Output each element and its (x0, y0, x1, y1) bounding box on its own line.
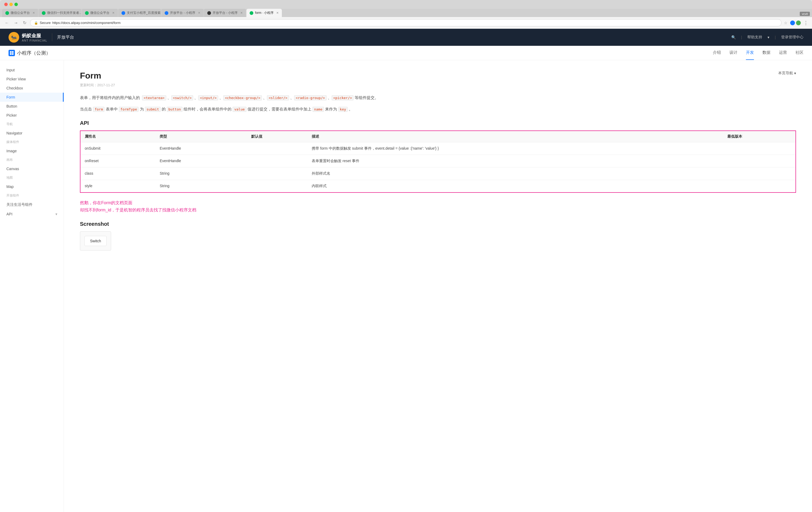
sub-nav: 小程序（公测） 介绍 设计 开发 数据 运营 社区 (0, 46, 812, 60)
code-form: form (93, 107, 105, 112)
sidebar-item-image[interactable]: Image (0, 146, 64, 155)
tab-favicon-4 (121, 11, 125, 15)
tab-close-7[interactable]: ✕ (276, 11, 279, 14)
tab-favicon-7 (250, 11, 253, 15)
cell-class-attr: class (80, 168, 155, 180)
help-dropdown-icon[interactable]: ▾ (767, 35, 770, 39)
search-icon[interactable]: 🔍 (731, 35, 736, 39)
screenshot-preview: Switch (80, 231, 111, 250)
tab-3[interactable]: 微信公众平台 ✕ (82, 9, 118, 17)
refresh-button[interactable]: ↻ (22, 20, 27, 26)
sidebar-item-picker-view-label: Picker View (6, 77, 26, 81)
tab-2[interactable]: 微信扫一扫支持开发者… ✕ (39, 9, 81, 17)
page-nav-button[interactable]: 本页导航 ▾ (778, 71, 796, 76)
back-button[interactable]: ← (4, 20, 10, 26)
tab-4[interactable]: 支付宝小程序_百度搜索 ✕ (118, 9, 161, 17)
sidebar-item-checkbox[interactable]: Checkbox (0, 84, 64, 93)
tab-close-1[interactable]: ✕ (32, 11, 35, 14)
nav-link-intro[interactable]: 介绍 (713, 46, 721, 60)
sidebar-item-input[interactable]: Input (0, 65, 64, 74)
tab-close-5[interactable]: ✕ (198, 11, 200, 14)
url-bar[interactable]: 🔒 Secure https://docs.alipay.com/mini/co… (30, 19, 781, 26)
cell-onsubmit-desc: 携带 form 中的数据触发 submit 事件，event.detail = … (308, 143, 723, 155)
tab-label-1: 微信公众平台 (11, 11, 30, 15)
api-section-title: API (80, 120, 796, 126)
tab-favicon-6 (207, 11, 211, 15)
tab-close-3[interactable]: ✕ (112, 11, 115, 14)
extension-icons (790, 21, 801, 25)
svg-rect-0 (10, 51, 11, 53)
sidebar-item-map[interactable]: Map (0, 182, 64, 191)
sidebar-item-picker-label: Picker (6, 113, 17, 117)
code-tag-textarea: <textarea> (142, 95, 166, 100)
tab-label-2: 微信扫一扫支持开发者… (47, 11, 81, 15)
login-link[interactable]: 登录管理中心 (781, 35, 804, 40)
nav-link-community[interactable]: 社区 (795, 46, 804, 60)
sidebar-item-navigator[interactable]: Navigator (0, 129, 64, 138)
cell-onreset-desc: 表单重置时会触发 reset 事件 (308, 155, 723, 168)
cell-onreset-default (247, 155, 308, 168)
code-value: value (233, 107, 246, 112)
bookmark-icon[interactable]: ☆ (784, 21, 787, 25)
close-button[interactable] (4, 3, 8, 6)
forward-button[interactable]: → (13, 20, 19, 26)
tab-7[interactable]: form · 小程序 ✕ (246, 9, 282, 17)
table-row-onsubmit: onSubmit EventHandle 携带 form 中的数据触发 subm… (80, 143, 796, 155)
sub-nav-links: 介绍 设计 开发 数据 运营 社区 (713, 46, 804, 60)
sidebar-item-picker[interactable]: Picker (0, 111, 64, 120)
tab-6[interactable]: 开放平台 - 小程序 ✕ (204, 9, 246, 17)
help-link[interactable]: 帮助支持 (747, 35, 762, 40)
logo-icon: 🐜 (8, 32, 19, 42)
sidebar-section-nav: 导航 (0, 120, 64, 129)
col-minver: 最低版本 (723, 131, 796, 143)
sidebar-item-navigator-label: Navigator (6, 131, 22, 135)
tab-label-5: 开放平台 - 小程序 (170, 11, 195, 15)
tab-close-6[interactable]: ✕ (240, 11, 243, 14)
code-key: key (338, 107, 348, 112)
sidebar-item-checkbox-label: Checkbox (6, 86, 23, 90)
cell-onreset-type: EventHandle (155, 155, 247, 168)
sidebar: Input Picker View Checkbox Form Button P… (0, 60, 64, 512)
tab-favicon-1 (5, 11, 9, 15)
api-table: 属性名 类型 默认值 描述 最低版本 onSubmit EventHandle … (80, 130, 796, 193)
tab-favicon-2 (42, 11, 46, 15)
table-row-onreset: onReset EventHandle 表单重置时会触发 reset 事件 (80, 155, 796, 168)
sidebar-item-form[interactable]: Form (0, 93, 64, 102)
sidebar-item-life-component[interactable]: 关注生活号组件 (0, 200, 64, 210)
sidebar-section-media: 媒体组件 (0, 138, 64, 146)
nav-link-data[interactable]: 数据 (762, 46, 771, 60)
nav-link-dev[interactable]: 开发 (746, 46, 754, 60)
annotation-line2: 却找不到form_id，于是机智的程序员去找了找微信小程序文档 (80, 206, 796, 214)
minimize-button[interactable] (9, 3, 13, 6)
maximize-button[interactable] (14, 3, 18, 6)
tab-1[interactable]: 微信公众平台 ✕ (2, 9, 38, 17)
sidebar-item-picker-view[interactable]: Picker View (0, 74, 64, 84)
content-area: Form 本页导航 ▾ 更新时间：2017-11-27 表单，用于将组件内的用户… (64, 60, 812, 512)
logo-text: 蚂蚁金服 ANT FINANCIAL (22, 32, 47, 42)
logo-sub-text: ANT FINANCIAL (22, 39, 47, 42)
sub-nav-brand: 小程序（公测） (8, 46, 51, 60)
code-tag-radio-group: <radio-group/> (294, 95, 327, 100)
cell-style-type: String (155, 180, 247, 193)
tab-favicon-3 (85, 11, 89, 15)
sidebar-item-button[interactable]: Button (0, 102, 64, 111)
annotation-line1: 然鹅，你在Form的文档页面 (80, 199, 796, 206)
page-nav-chevron-icon: ▾ (794, 71, 796, 76)
url-display: https://docs.alipay.com/mini/component/f… (52, 21, 120, 25)
browser-menu-icon[interactable]: ⋮ (804, 20, 808, 26)
cell-class-default (247, 168, 308, 180)
sidebar-item-canvas[interactable]: Canvas (0, 164, 64, 173)
cell-style-default (247, 180, 308, 193)
ext-icon-1[interactable] (790, 21, 795, 25)
svg-rect-1 (12, 51, 13, 53)
ext-icon-2[interactable] (796, 21, 801, 25)
switch-demo: Switch (84, 236, 107, 246)
header-divider (52, 33, 52, 41)
tab-5[interactable]: 开放平台 - 小程序 ✕ (162, 9, 204, 17)
sidebar-item-api[interactable]: API ▾ (0, 210, 64, 219)
annotation: 然鹅，你在Form的文档页面 却找不到form_id，于是机智的程序员去找了找微… (80, 199, 796, 214)
nav-link-ops[interactable]: 运营 (779, 46, 787, 60)
nav-link-design[interactable]: 设计 (729, 46, 737, 60)
open-platform-label: 开放平台 (57, 35, 74, 40)
col-default: 默认值 (247, 131, 308, 143)
